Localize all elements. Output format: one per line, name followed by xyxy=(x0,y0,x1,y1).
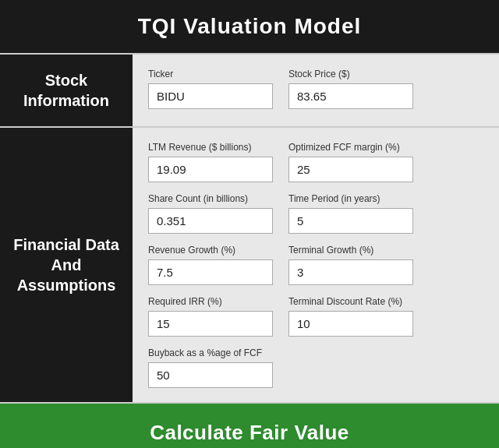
stock-price-group: Stock Price ($) xyxy=(288,69,413,109)
terminal-growth-label: Terminal Growth (%) xyxy=(288,245,413,256)
terminal-discount-label: Terminal Discount Rate (%) xyxy=(288,296,413,307)
share-count-label: Share Count (in billions) xyxy=(148,193,273,204)
required-irr-group: Required IRR (%) xyxy=(148,296,273,337)
required-irr-label: Required IRR (%) xyxy=(148,296,273,307)
revenue-growth-group: Revenue Growth (%) xyxy=(148,245,273,285)
buyback-label: Buyback as a %age of FCF xyxy=(148,347,273,358)
stock-price-label: Stock Price ($) xyxy=(288,69,413,79)
financial-section: Financial Data And Assumptions LTM Reven… xyxy=(0,126,499,402)
calculate-button[interactable]: Calculate Fair Value xyxy=(0,404,499,448)
calculate-section: Calculate Fair Value xyxy=(0,402,499,448)
app-header: TQI Valuation Model xyxy=(0,0,499,53)
buyback-group: Buyback as a %age of FCF xyxy=(148,347,273,388)
stock-price-input[interactable] xyxy=(288,83,413,109)
time-period-input[interactable] xyxy=(288,208,413,234)
ltm-revenue-input[interactable] xyxy=(148,157,273,182)
terminal-discount-group: Terminal Discount Rate (%) xyxy=(288,296,413,337)
fcf-margin-group: Optimized FCF margin (%) xyxy=(288,142,413,182)
revenue-growth-input[interactable] xyxy=(148,259,273,285)
time-period-group: Time Period (in years) xyxy=(288,193,413,234)
buyback-input[interactable] xyxy=(148,362,273,388)
financial-section-content: LTM Revenue ($ billions) Optimized FCF m… xyxy=(133,128,499,402)
app-title: TQI Valuation Model xyxy=(16,14,483,39)
stock-section-label: Stock Information xyxy=(0,55,133,126)
share-count-input[interactable] xyxy=(148,208,273,234)
share-count-group: Share Count (in billions) xyxy=(148,193,273,234)
time-period-label: Time Period (in years) xyxy=(288,193,413,204)
ticker-input[interactable] xyxy=(148,83,273,109)
stock-section: Stock Information Ticker Stock Price ($) xyxy=(0,53,499,126)
ltm-revenue-label: LTM Revenue ($ billions) xyxy=(148,142,273,153)
fcf-margin-label: Optimized FCF margin (%) xyxy=(288,142,413,153)
terminal-growth-input[interactable] xyxy=(288,259,413,285)
ticker-label: Ticker xyxy=(148,69,273,79)
terminal-growth-group: Terminal Growth (%) xyxy=(288,245,413,285)
ticker-group: Ticker xyxy=(148,69,273,109)
ltm-revenue-group: LTM Revenue ($ billions) xyxy=(148,142,273,182)
fcf-margin-input[interactable] xyxy=(288,157,413,182)
terminal-discount-input[interactable] xyxy=(288,311,413,337)
required-irr-input[interactable] xyxy=(148,311,273,337)
app-container: TQI Valuation Model Stock Information Ti… xyxy=(0,0,499,448)
revenue-growth-label: Revenue Growth (%) xyxy=(148,245,273,256)
financial-section-label: Financial Data And Assumptions xyxy=(0,128,133,402)
stock-section-content: Ticker Stock Price ($) xyxy=(133,55,499,126)
